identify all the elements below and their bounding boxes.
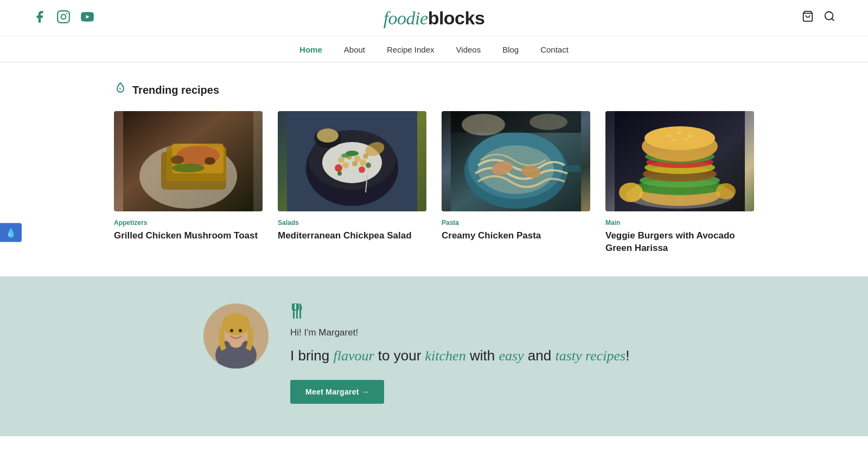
header-actions [802, 10, 835, 25]
instagram-icon[interactable] [56, 10, 71, 26]
svg-point-14 [205, 157, 215, 165]
tagline-plain-4: and [528, 347, 551, 364]
nav-item-home[interactable]: Home [299, 45, 322, 54]
recipe-name-1: Grilled Chicken Mushroom Toast [114, 230, 263, 242]
trending-header: Trending recipes [114, 82, 754, 98]
svg-point-64 [619, 183, 643, 202]
svg-rect-44 [562, 165, 581, 172]
logo-foodie: foodie [384, 8, 428, 28]
svg-point-1 [61, 15, 66, 20]
nav-item-contact[interactable]: Contact [540, 45, 569, 54]
recipe-name-4: Veggie Burgers with Avocado Green Hariss… [605, 230, 754, 255]
recipe-name-3: Creamy Chicken Pasta [442, 230, 590, 242]
recipe-category-1: Appetizers [114, 219, 263, 227]
recipe-category-4: Main [605, 219, 754, 227]
svg-point-41 [478, 145, 554, 194]
svg-point-47 [529, 114, 567, 130]
tagline-italic-1: flavour [334, 348, 374, 364]
trending-section: Trending recipes [81, 62, 787, 276]
trending-icon [114, 82, 127, 98]
recipe-category-2: Salads [278, 219, 426, 227]
cutlery-icon [290, 303, 665, 322]
youtube-icon[interactable] [80, 10, 94, 26]
nav-item-recipe-index[interactable]: Recipe Index [387, 45, 435, 54]
svg-point-61 [688, 135, 693, 137]
recipe-image-3 [442, 111, 590, 211]
nav-item-videos[interactable]: Videos [456, 45, 481, 54]
svg-point-27 [360, 159, 366, 166]
recipe-name-2: Mediterranean Chickpea Salad [278, 230, 426, 242]
svg-point-63 [684, 138, 688, 140]
svg-point-13 [171, 156, 184, 164]
svg-point-60 [677, 132, 682, 134]
sidebar-widget[interactable]: 💧 [0, 223, 22, 242]
svg-point-5 [825, 12, 833, 20]
svg-rect-74 [296, 303, 298, 319]
svg-point-72 [239, 329, 242, 332]
recipe-image-1 [114, 111, 263, 211]
svg-point-2 [66, 13, 68, 15]
trending-title: Trending recipes [132, 84, 219, 96]
svg-point-32 [366, 163, 371, 168]
svg-point-29 [359, 166, 365, 173]
header: foodieblocks [0, 0, 868, 36]
meet-margaret-button[interactable]: Meet Margaret → [290, 380, 384, 404]
cart-icon[interactable] [802, 10, 814, 25]
svg-point-28 [335, 164, 342, 172]
recipe-card-4[interactable]: Main Veggie Burgers with Avocado Green H… [605, 111, 754, 255]
svg-point-65 [716, 183, 736, 199]
svg-point-71 [230, 329, 233, 332]
sidebar-widget-icon: 💧 [5, 228, 16, 237]
svg-line-6 [832, 18, 834, 21]
about-content: Hi! I'm Margaret! I bring flavour to you… [290, 303, 665, 404]
site-logo[interactable]: foodieblocks [384, 8, 485, 29]
recipe-category-3: Pasta [442, 219, 590, 227]
svg-point-62 [672, 139, 676, 141]
svg-point-59 [666, 135, 672, 137]
svg-rect-0 [58, 11, 69, 23]
about-greeting: Hi! I'm Margaret! [290, 327, 665, 338]
svg-point-31 [341, 153, 350, 158]
tagline-italic-3: easy [499, 348, 524, 364]
recipe-image-2 [278, 111, 426, 211]
logo-blocks: blocks [428, 8, 485, 28]
svg-point-25 [342, 162, 349, 169]
svg-point-58 [644, 126, 715, 150]
about-tagline: I bring flavour to your kitchen with eas… [290, 346, 665, 366]
svg-point-21 [338, 157, 344, 163]
tagline-plain-1: I bring [290, 347, 329, 364]
search-icon[interactable] [824, 10, 835, 25]
nav-item-blog[interactable]: Blog [502, 45, 519, 54]
avatar [203, 303, 269, 369]
svg-point-46 [462, 114, 505, 135]
tagline-plain-2: to your [378, 347, 422, 364]
recipe-card-1[interactable]: Appetizers Grilled Chicken Mushroom Toas… [114, 111, 263, 255]
recipe-card-2[interactable]: Salads Mediterranean Chickpea Salad [278, 111, 426, 255]
about-section: Hi! I'm Margaret! I bring flavour to you… [0, 276, 868, 436]
tagline-italic-2: kitchen [425, 348, 466, 364]
facebook-icon[interactable] [33, 10, 47, 26]
nav-item-about[interactable]: About [344, 45, 365, 54]
tagline-plain-3: with [470, 347, 495, 364]
recipe-card-3[interactable]: Pasta Creamy Chicken Pasta [442, 111, 590, 255]
svg-rect-73 [293, 303, 295, 319]
recipe-image-4 [605, 111, 754, 211]
tagline-italic-4: tasty recipes [555, 348, 626, 364]
svg-point-33 [337, 171, 342, 176]
tagline-end: ! [626, 347, 629, 364]
recipe-grid: Appetizers Grilled Chicken Mushroom Toas… [114, 111, 754, 255]
main-nav: Home About Recipe Index Videos Blog Cont… [0, 36, 868, 62]
social-links [33, 10, 94, 26]
svg-point-35 [317, 128, 339, 143]
svg-point-26 [352, 161, 358, 166]
svg-point-15 [172, 164, 205, 172]
